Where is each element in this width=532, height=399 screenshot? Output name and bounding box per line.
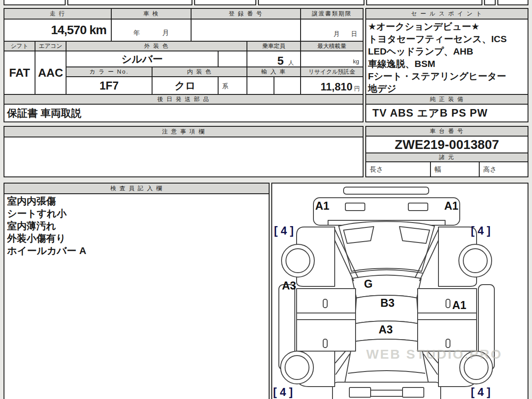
capacity-header: 乗車定員 xyxy=(246,41,301,51)
interior-color-value: クロ xyxy=(175,79,196,93)
cutoff-cell xyxy=(194,0,256,5)
equipment-header: 純 正 装 備 xyxy=(365,94,528,105)
shaken-month-label: 月 xyxy=(162,29,169,37)
inspector-note-line: シートすれ小 xyxy=(7,207,266,220)
import-cell-1 xyxy=(246,76,274,95)
exterior-color-header: 外 装 色 xyxy=(66,41,247,51)
left-rear-door-handle xyxy=(323,339,327,348)
ship-later-value: 保証書 車両取説 xyxy=(7,106,81,120)
damage-code-label: A3 xyxy=(282,279,296,292)
inspector-note-line: 室内薄汚れ xyxy=(7,220,266,232)
spec-width-label: 幅 xyxy=(434,165,441,174)
chassis-header: 車 台 番 号 xyxy=(365,126,528,137)
car-diagram-box: WEB STUDIO.PRO A1A1[ 4 ][ 4 ]A3GB3A3A1[ … xyxy=(271,183,528,399)
recycle-value: 11,810 xyxy=(321,81,352,93)
damage-code-label: A1 xyxy=(315,200,329,212)
sales-points-box: ★オークションデビュー★トヨタセーフティーセンス、ICSLEDヘッドランプ、AH… xyxy=(365,19,528,95)
damage-code-label: G xyxy=(364,278,372,290)
sales-points-header: セ ー ル ス ポ イ ン ト xyxy=(365,8,528,20)
aircon-header: エアコン xyxy=(35,41,66,51)
damage-code-label: A1 xyxy=(444,200,458,212)
damage-code-label: A3 xyxy=(379,323,393,336)
inspector-header: 検 査 員 記 入 欄 xyxy=(4,183,270,194)
car-outline-diagram xyxy=(272,184,528,399)
specs-header: 諸 元 xyxy=(365,153,528,162)
shift-header: シフト xyxy=(4,41,35,51)
sales-point-line: Fシート・ステアリングヒーター xyxy=(368,70,526,82)
tire-grade-label: [ 4 ] xyxy=(274,224,293,237)
windshield-shape xyxy=(352,275,421,298)
spec-length-label: 長さ xyxy=(370,165,383,174)
sales-point-line: 地デジ xyxy=(368,82,526,95)
cutoff-cell xyxy=(67,0,192,5)
max-load-unit: kg xyxy=(353,58,359,65)
transfer-month-label: 月 xyxy=(333,30,340,38)
exterior-color-value: シルバー xyxy=(121,52,163,66)
sales-point-line: ★オークションデビュー★ xyxy=(368,20,526,33)
equipment-value: TV ABS エアB PS PW xyxy=(372,106,488,120)
inspector-note-line: ホイールカバー A xyxy=(7,245,266,257)
registration-header: 登 録 番 号 xyxy=(191,8,301,20)
watermark: WEB STUDIO.PRO xyxy=(366,347,502,362)
inspector-note-line: 外装小傷有り xyxy=(7,232,266,245)
damage-code-label: A1 xyxy=(452,299,466,312)
interior-color-header: 内 装 色 xyxy=(152,66,247,77)
exterior-color-extra xyxy=(218,51,247,67)
inspector-box: 室内内張傷シートすれ小室内薄汚れ外装小傷有りホイールカバー A xyxy=(4,193,270,399)
shaken-year-label: 年 xyxy=(133,29,140,37)
aircon-value: AAC xyxy=(38,66,63,80)
left-front-door-handle xyxy=(323,299,327,308)
sales-point-line: LEDヘッドランプ、AHB xyxy=(368,45,526,58)
notes-header: 注 意 事 項 欄 xyxy=(4,126,364,137)
import-cell-2 xyxy=(274,76,301,95)
front-spoiler-shape xyxy=(344,187,429,194)
notes-value xyxy=(4,137,364,177)
right-front-door-handle xyxy=(446,299,450,308)
tire-grade-label: [ 4 ] xyxy=(471,224,490,237)
transfer-deadline-header: 譲渡書類期限 xyxy=(300,8,364,20)
capacity-unit: 人 xyxy=(288,59,294,67)
cutoff-cell xyxy=(484,0,496,5)
mileage-value: 14,570 km xyxy=(51,23,106,37)
damage-code-label: B3 xyxy=(380,297,395,309)
shift-value: FAT xyxy=(9,66,30,80)
max-load-header: 最大積載量 xyxy=(300,41,364,51)
color-no-header: カ ラ ー No. xyxy=(66,66,153,77)
registration-value xyxy=(191,19,301,42)
sales-point-line: 車線逸脱、BSM xyxy=(368,58,526,70)
interior-color-suffix: 系 xyxy=(222,82,228,90)
tire-grade-label: [ 4 ] xyxy=(471,386,490,399)
spec-height-label: 高さ xyxy=(483,165,497,174)
cutoff-cell xyxy=(366,0,482,5)
auction-sheet: { "colors": { "page_bg": "#e9e9e6", "cel… xyxy=(0,0,532,399)
tire-grade-label: [ 4 ] xyxy=(273,386,293,399)
recycle-header: リサイクル預託金 xyxy=(300,66,364,77)
cutoff-cell xyxy=(497,0,528,5)
cutoff-cell xyxy=(258,0,364,5)
color-no-value: 1F7 xyxy=(99,79,118,92)
cutoff-cell xyxy=(4,0,66,5)
chassis-value: ZWE219-0013807 xyxy=(395,137,499,152)
import-header: 輸 入 車 xyxy=(246,66,301,77)
ship-later-header: 後 日 発 送 部 品 xyxy=(4,94,364,105)
sales-point-line: トヨタセーフティーセンス、ICS xyxy=(368,33,526,45)
recycle-unit: 円 xyxy=(354,85,360,93)
inspector-note-line: 室内内張傷 xyxy=(7,195,266,207)
transfer-day-label: 日 xyxy=(351,30,357,38)
capacity-value: 5 xyxy=(278,54,284,68)
shaken-header: 車 検 xyxy=(111,8,192,20)
mileage-header: 走 行 xyxy=(4,8,112,20)
